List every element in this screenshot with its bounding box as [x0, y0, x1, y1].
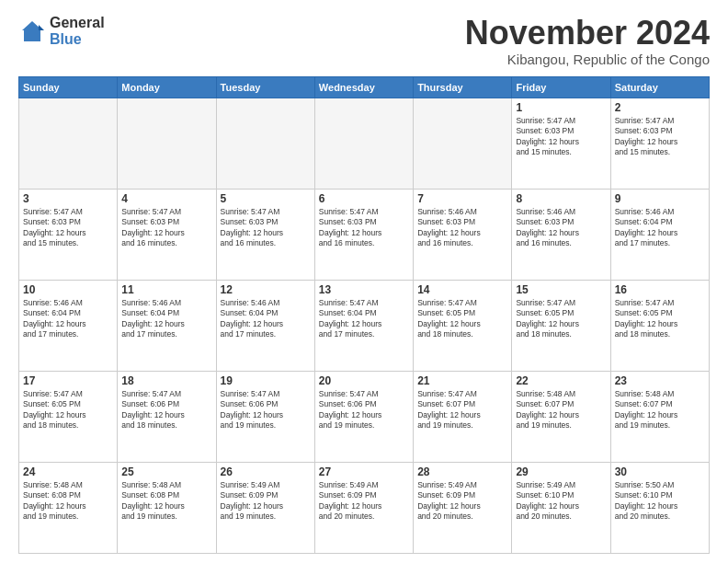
- calendar-cell: 6Sunrise: 5:47 AMSunset: 6:03 PMDaylight…: [314, 189, 413, 280]
- day-number: 25: [121, 465, 211, 478]
- calendar-cell: 1Sunrise: 5:47 AMSunset: 6:03 PMDaylight…: [512, 98, 610, 189]
- calendar-cell: 8Sunrise: 5:46 AMSunset: 6:03 PMDaylight…: [512, 189, 610, 280]
- calendar-cell: [314, 98, 413, 189]
- day-number: 9: [615, 192, 705, 205]
- logo-icon: [18, 17, 46, 45]
- day-info: Sunrise: 5:46 AMSunset: 6:04 PMDaylight:…: [23, 298, 113, 340]
- week-row-4: 17Sunrise: 5:47 AMSunset: 6:05 PMDayligh…: [19, 371, 710, 462]
- day-number: 17: [23, 374, 113, 387]
- calendar-cell: 10Sunrise: 5:46 AMSunset: 6:04 PMDayligh…: [19, 280, 118, 371]
- calendar-cell: 14Sunrise: 5:47 AMSunset: 6:05 PMDayligh…: [414, 280, 512, 371]
- week-row-1: 1Sunrise: 5:47 AMSunset: 6:03 PMDaylight…: [19, 98, 710, 189]
- day-header-tuesday: Tuesday: [216, 76, 314, 98]
- day-number: 21: [417, 374, 507, 387]
- calendar-cell: 21Sunrise: 5:47 AMSunset: 6:07 PMDayligh…: [414, 371, 512, 462]
- day-number: 2: [615, 101, 705, 114]
- day-number: 19: [221, 374, 311, 387]
- calendar-cell: 20Sunrise: 5:47 AMSunset: 6:06 PMDayligh…: [314, 371, 413, 462]
- calendar-cell: [118, 98, 216, 189]
- day-number: 23: [615, 374, 705, 387]
- logo: General Blue: [18, 15, 105, 47]
- day-number: 20: [319, 374, 409, 387]
- day-number: 6: [319, 192, 409, 205]
- day-info: Sunrise: 5:49 AMSunset: 6:09 PMDaylight:…: [319, 480, 409, 523]
- day-number: 5: [221, 192, 311, 205]
- day-info: Sunrise: 5:47 AMSunset: 6:03 PMDaylight:…: [121, 207, 211, 249]
- day-number: 16: [615, 283, 705, 296]
- calendar-cell: 25Sunrise: 5:48 AMSunset: 6:08 PMDayligh…: [118, 462, 216, 553]
- day-number: 28: [417, 465, 507, 478]
- location: Kibangou, Republic of the Congo: [465, 52, 710, 67]
- calendar-cell: 17Sunrise: 5:47 AMSunset: 6:05 PMDayligh…: [19, 371, 118, 462]
- day-number: 7: [417, 192, 507, 205]
- day-header-monday: Monday: [118, 76, 216, 98]
- calendar-cell: 2Sunrise: 5:47 AMSunset: 6:03 PMDaylight…: [610, 98, 709, 189]
- calendar-cell: 22Sunrise: 5:48 AMSunset: 6:07 PMDayligh…: [512, 371, 610, 462]
- day-info: Sunrise: 5:48 AMSunset: 6:07 PMDaylight:…: [516, 389, 606, 431]
- day-info: Sunrise: 5:47 AMSunset: 6:06 PMDaylight:…: [221, 389, 311, 431]
- day-info: Sunrise: 5:47 AMSunset: 6:03 PMDaylight:…: [221, 207, 311, 249]
- calendar-cell: 16Sunrise: 5:47 AMSunset: 6:05 PMDayligh…: [610, 280, 709, 371]
- day-info: Sunrise: 5:47 AMSunset: 6:06 PMDaylight:…: [319, 389, 409, 431]
- header-row: SundayMondayTuesdayWednesdayThursdayFrid…: [19, 76, 710, 98]
- calendar-cell: 24Sunrise: 5:48 AMSunset: 6:08 PMDayligh…: [19, 462, 118, 553]
- day-number: 4: [121, 192, 211, 205]
- day-number: 15: [516, 283, 606, 296]
- week-row-5: 24Sunrise: 5:48 AMSunset: 6:08 PMDayligh…: [19, 462, 710, 553]
- day-info: Sunrise: 5:49 AMSunset: 6:09 PMDaylight:…: [221, 480, 311, 523]
- day-info: Sunrise: 5:47 AMSunset: 6:05 PMDaylight:…: [23, 389, 113, 431]
- calendar-cell: 28Sunrise: 5:49 AMSunset: 6:09 PMDayligh…: [414, 462, 512, 553]
- calendar-cell: [19, 98, 118, 189]
- calendar-cell: 5Sunrise: 5:47 AMSunset: 6:03 PMDaylight…: [216, 189, 314, 280]
- calendar-cell: 4Sunrise: 5:47 AMSunset: 6:03 PMDaylight…: [118, 189, 216, 280]
- day-number: 27: [319, 465, 409, 478]
- calendar-cell: 26Sunrise: 5:49 AMSunset: 6:09 PMDayligh…: [216, 462, 314, 553]
- day-header-wednesday: Wednesday: [314, 76, 413, 98]
- calendar-cell: 11Sunrise: 5:46 AMSunset: 6:04 PMDayligh…: [118, 280, 216, 371]
- day-header-thursday: Thursday: [414, 76, 512, 98]
- calendar-body: 1Sunrise: 5:47 AMSunset: 6:03 PMDaylight…: [19, 98, 710, 553]
- day-number: 13: [319, 283, 409, 296]
- day-info: Sunrise: 5:49 AMSunset: 6:10 PMDaylight:…: [516, 480, 606, 523]
- calendar-cell: 12Sunrise: 5:46 AMSunset: 6:04 PMDayligh…: [216, 280, 314, 371]
- calendar-cell: 18Sunrise: 5:47 AMSunset: 6:06 PMDayligh…: [118, 371, 216, 462]
- day-info: Sunrise: 5:47 AMSunset: 6:03 PMDaylight:…: [615, 116, 705, 158]
- day-info: Sunrise: 5:46 AMSunset: 6:04 PMDaylight:…: [221, 298, 311, 340]
- calendar-cell: 23Sunrise: 5:48 AMSunset: 6:07 PMDayligh…: [610, 371, 709, 462]
- day-number: 22: [516, 374, 606, 387]
- day-info: Sunrise: 5:47 AMSunset: 6:07 PMDaylight:…: [417, 389, 507, 431]
- day-number: 11: [121, 283, 211, 296]
- svg-marker-0: [22, 21, 42, 41]
- day-number: 14: [417, 283, 507, 296]
- calendar-header: SundayMondayTuesdayWednesdayThursdayFrid…: [19, 76, 710, 98]
- calendar-cell: 3Sunrise: 5:47 AMSunset: 6:03 PMDaylight…: [19, 189, 118, 280]
- page: General Blue November 2024 Kibangou, Rep…: [0, 0, 728, 563]
- day-info: Sunrise: 5:47 AMSunset: 6:05 PMDaylight:…: [417, 298, 507, 340]
- day-number: 1: [516, 101, 606, 114]
- day-number: 29: [516, 465, 606, 478]
- day-number: 30: [615, 465, 705, 478]
- day-info: Sunrise: 5:47 AMSunset: 6:06 PMDaylight:…: [121, 389, 211, 431]
- calendar-cell: 15Sunrise: 5:47 AMSunset: 6:05 PMDayligh…: [512, 280, 610, 371]
- calendar-cell: 27Sunrise: 5:49 AMSunset: 6:09 PMDayligh…: [314, 462, 413, 553]
- header: General Blue November 2024 Kibangou, Rep…: [18, 15, 710, 67]
- day-info: Sunrise: 5:47 AMSunset: 6:03 PMDaylight:…: [516, 116, 606, 158]
- calendar-cell: 29Sunrise: 5:49 AMSunset: 6:10 PMDayligh…: [512, 462, 610, 553]
- day-number: 18: [121, 374, 211, 387]
- calendar-table: SundayMondayTuesdayWednesdayThursdayFrid…: [18, 76, 710, 554]
- calendar-cell: [216, 98, 314, 189]
- day-number: 3: [23, 192, 113, 205]
- day-info: Sunrise: 5:47 AMSunset: 6:05 PMDaylight:…: [516, 298, 606, 340]
- day-header-friday: Friday: [512, 76, 610, 98]
- title-block: November 2024 Kibangou, Republic of the …: [465, 15, 710, 67]
- day-info: Sunrise: 5:47 AMSunset: 6:03 PMDaylight:…: [319, 207, 409, 249]
- day-info: Sunrise: 5:48 AMSunset: 6:07 PMDaylight:…: [615, 389, 705, 431]
- day-info: Sunrise: 5:46 AMSunset: 6:04 PMDaylight:…: [121, 298, 211, 340]
- month-title: November 2024: [465, 15, 710, 52]
- day-info: Sunrise: 5:46 AMSunset: 6:03 PMDaylight:…: [417, 207, 507, 249]
- calendar-cell: 13Sunrise: 5:47 AMSunset: 6:04 PMDayligh…: [314, 280, 413, 371]
- calendar-cell: 19Sunrise: 5:47 AMSunset: 6:06 PMDayligh…: [216, 371, 314, 462]
- day-info: Sunrise: 5:46 AMSunset: 6:04 PMDaylight:…: [615, 207, 705, 249]
- day-info: Sunrise: 5:46 AMSunset: 6:03 PMDaylight:…: [516, 207, 606, 249]
- day-info: Sunrise: 5:47 AMSunset: 6:05 PMDaylight:…: [615, 298, 705, 340]
